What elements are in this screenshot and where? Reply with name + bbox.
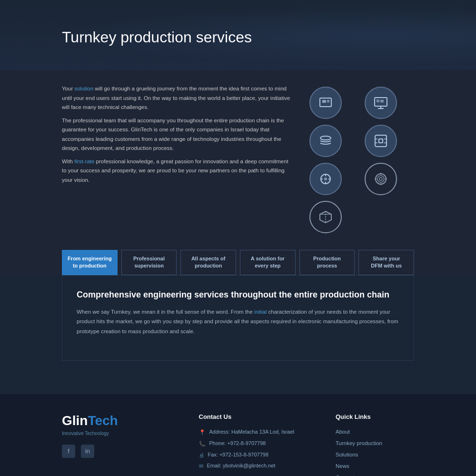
tab-engineering-to-production[interactable]: From engineeringto production: [62, 250, 118, 275]
spacer: [0, 380, 476, 394]
contact-address-text: Address: HaMelacha 13A Lod, Israel: [209, 429, 295, 435]
tab-share-dfm[interactable]: Share yourDFM with us: [358, 250, 414, 275]
logo-glin: Glin: [62, 413, 88, 428]
svg-point-10: [320, 136, 331, 140]
quicklinks-title: Quick Links: [336, 413, 414, 420]
contact-fax: 🖨 Fax: +972-153-8-9707798: [199, 452, 317, 458]
content-box-title: Comprehensive engineering services throu…: [77, 290, 399, 300]
tab-solution-every-step[interactable]: A solution forevery step: [240, 250, 296, 275]
facebook-icon[interactable]: f: [62, 445, 75, 458]
quick-link-about[interactable]: About: [336, 429, 414, 435]
tab-production-process[interactable]: Productionprocess: [299, 250, 355, 275]
tab-professional-supervision[interactable]: Professionalsupervision: [121, 250, 177, 275]
contact-fax-text: Fax: +972-153-8-9707798: [208, 452, 269, 457]
quick-link-turnkey[interactable]: Turnkey production: [336, 440, 414, 446]
logo-tech: Tech: [88, 413, 118, 428]
svg-rect-12: [379, 139, 383, 143]
highlight-firstrate: first-rate: [74, 159, 94, 164]
contact-address: 📍 Address: HaMelacha 13A Lod, Israel: [199, 429, 317, 436]
svg-rect-11: [375, 135, 387, 147]
contact-phone-text: Phone: +972-8-9707798: [209, 440, 266, 446]
contact-title: Contact Us: [199, 413, 317, 420]
fax-icon: 🖨: [199, 452, 204, 458]
content-area: Comprehensive engineering services throu…: [0, 275, 476, 380]
footer-logo: GlinTech: [62, 413, 180, 428]
footer-quicklinks-column: Quick Links About Turnkey production Sol…: [336, 413, 414, 476]
icon-layers[interactable]: [309, 125, 342, 157]
svg-point-22: [324, 178, 327, 180]
icon-target[interactable]: [365, 163, 397, 195]
contact-email: ✉ Email: ybotvinik@glintech.net: [199, 463, 317, 469]
contact-email-text: Email: ybotvinik@glintech.net: [207, 463, 276, 468]
highlight-solution: solution: [74, 86, 93, 91]
tabs-bar: From engineeringto production Profession…: [0, 243, 476, 275]
email-icon: ✉: [199, 463, 203, 469]
footer-logo-column: GlinTech Innovative Technology f in: [62, 413, 180, 476]
footer-grid: GlinTech Innovative Technology f in Cont…: [62, 413, 414, 476]
icon-3d-scan[interactable]: [365, 125, 397, 157]
tab-all-aspects-production[interactable]: All aspects ofproduction: [180, 250, 236, 275]
contact-phone: 📞 Phone: +972-8-9707798: [199, 440, 317, 447]
svg-rect-1: [322, 100, 326, 103]
footer-contact-column: Contact Us 📍 Address: HaMelacha 13A Lod,…: [199, 413, 317, 476]
main-content-section: Your solution will go through a grueling…: [0, 70, 476, 243]
location-icon: 📍: [199, 429, 206, 436]
icon-package[interactable]: [309, 201, 342, 233]
svg-point-25: [379, 178, 382, 180]
footer: GlinTech Innovative Technology f in Cont…: [0, 394, 476, 476]
footer-tagline: Innovative Technology: [62, 431, 180, 436]
icon-engineering[interactable]: [309, 87, 342, 119]
icon-monitor[interactable]: [365, 87, 397, 119]
footer-social: f in: [62, 445, 180, 458]
phone-icon: 📞: [199, 441, 206, 447]
icons-grid: [309, 84, 414, 233]
hero-section: Turnkey production services: [0, 0, 476, 70]
description-text: Your solution will go through a grueling…: [62, 84, 290, 185]
content-box-text: When we say Turnkey, we mean it in the f…: [77, 307, 399, 337]
content-box: Comprehensive engineering services throu…: [62, 275, 414, 361]
icon-tools[interactable]: [309, 163, 342, 195]
linkedin-icon[interactable]: in: [81, 445, 94, 458]
tabs-section: From engineeringto production Profession…: [0, 243, 476, 275]
svg-point-24: [377, 176, 384, 182]
page-title: Turnkey production services: [62, 19, 414, 56]
quick-link-solutions[interactable]: Solutions: [336, 452, 414, 457]
highlight-initial: initial: [254, 309, 267, 315]
svg-rect-7: [377, 99, 379, 102]
quick-link-news[interactable]: News: [336, 463, 414, 469]
